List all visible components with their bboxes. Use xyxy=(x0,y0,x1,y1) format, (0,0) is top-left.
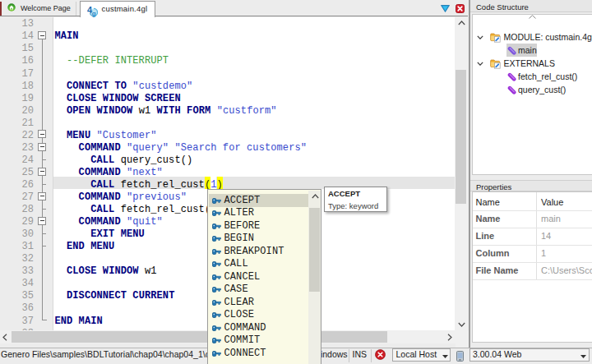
svg-text:g: g xyxy=(92,10,96,17)
